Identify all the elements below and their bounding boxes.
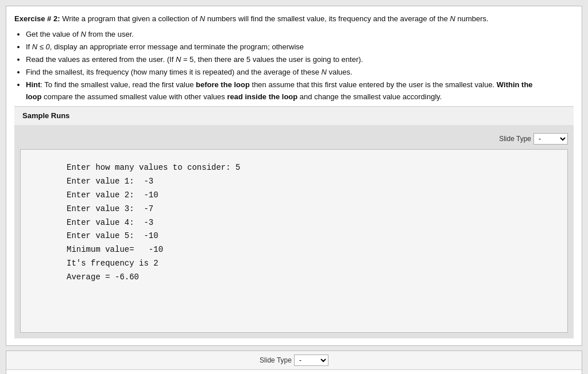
terminal-line-4: Enter value 3: -7 [67,202,550,216]
slide-type-label-bottom: Slide Type [260,356,292,364]
terminal-line-1: Enter how many values to consider: 5 [67,161,550,175]
bullet-2: If N ≤ 0, display an appropriate error m… [26,41,574,53]
instruction-list: Get the value of N from the user. If N ≤… [26,29,574,103]
slide-type-label-top: Slide Type [499,134,531,145]
bottom-section: Slide Type - A B C Enter how many values… [6,350,582,374]
bullet-1: Get the value of N from the user. [26,29,574,40]
terminal-line-3: Enter value 2: -10 [67,189,550,202]
terminal-line-6: Enter value 5: -10 [67,229,550,243]
bullet-3: Read the values as entered from the user… [26,54,574,65]
terminal-line-2: Enter value 1: -3 [67,175,550,189]
exercise-number: Exercise # 2: [14,14,62,23]
slide-type-row-bottom: Slide Type - A B C [6,351,582,370]
slide-type-row-top: Slide Type - A B C [20,133,568,145]
n-variable-title: N [200,14,205,23]
terminal-output: Enter how many values to consider: 5 Ent… [20,149,568,333]
bullet-hint: Hint: To find the smallest value, read t… [26,79,574,102]
exercise-title: Exercise # 2: Write a program that given… [14,13,574,25]
terminal-line-8: It's frequency is 2 [67,257,550,271]
bullet-4: Find the smallest, its frequency (how ma… [26,67,574,78]
exercise-box: Exercise # 2: Write a program that given… [6,6,582,346]
terminal-line-9: Average = -6.60 [67,271,550,285]
terminal-line-7: Minimum value= -10 [67,243,550,257]
sample-runs-label: Sample Runs [14,106,574,126]
terminal-line-5: Enter value 4: -3 [67,216,550,230]
slide-type-select-bottom[interactable]: - A B C [294,354,328,366]
slide-area-top: Slide Type - A B C Enter how many values… [14,125,574,338]
main-container: Exercise # 2: Write a program that given… [0,0,588,374]
second-terminal-output: Enter how many values to consider: -2 Wr… [6,370,582,374]
exercise-description: Write a program that given a collection … [62,14,200,23]
slide-type-select-top[interactable]: - A B C [533,133,568,145]
